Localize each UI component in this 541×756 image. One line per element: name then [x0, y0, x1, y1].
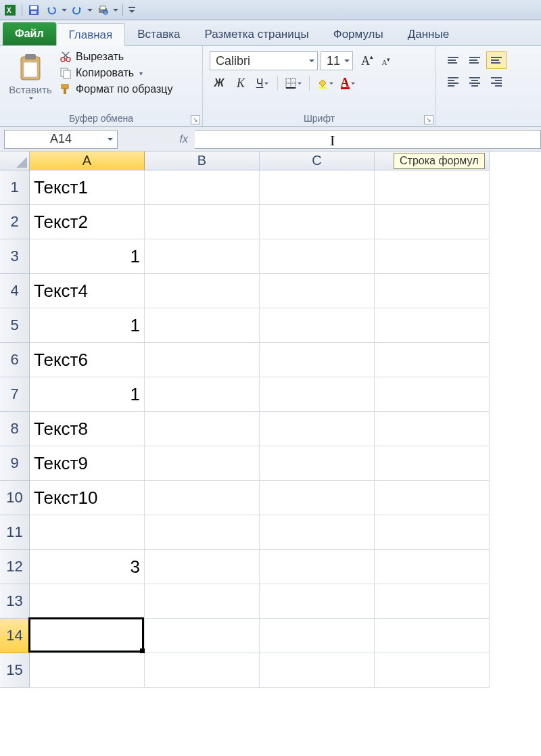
- print-dropdown-icon[interactable]: [113, 3, 118, 18]
- row-header[interactable]: 15: [0, 653, 30, 688]
- cell[interactable]: [375, 239, 490, 274]
- tab-formulas[interactable]: Формулы: [321, 22, 396, 45]
- cell[interactable]: [30, 619, 145, 653]
- row-header[interactable]: 11: [0, 515, 30, 550]
- tab-insert[interactable]: Вставка: [125, 22, 192, 45]
- cell[interactable]: [30, 515, 145, 550]
- dialog-launcher-icon[interactable]: ↘: [191, 115, 200, 124]
- cell[interactable]: [145, 619, 260, 653]
- cell[interactable]: [260, 308, 375, 343]
- font-color-button[interactable]: A: [338, 74, 357, 92]
- cell[interactable]: [260, 170, 375, 205]
- cut-button[interactable]: Вырезать: [58, 50, 174, 64]
- row-header[interactable]: 9: [0, 446, 30, 481]
- tab-page-layout[interactable]: Разметка страницы: [192, 22, 321, 45]
- borders-button[interactable]: [283, 74, 304, 92]
- font-name-combo[interactable]: Calibri: [210, 51, 318, 70]
- cell[interactable]: [375, 584, 490, 619]
- cell[interactable]: 1: [30, 239, 145, 274]
- redo-icon[interactable]: [70, 3, 85, 18]
- cell[interactable]: [260, 481, 375, 515]
- cell[interactable]: [260, 515, 375, 550]
- cell[interactable]: [145, 446, 260, 481]
- fill-color-button[interactable]: [315, 74, 335, 92]
- cell[interactable]: [260, 584, 375, 619]
- cell[interactable]: Текст8: [30, 412, 145, 446]
- cell[interactable]: [145, 170, 260, 205]
- cell[interactable]: [30, 653, 145, 688]
- cell[interactable]: [145, 515, 260, 550]
- cell[interactable]: [260, 343, 375, 377]
- cell[interactable]: [145, 274, 260, 308]
- cell[interactable]: [375, 343, 490, 377]
- cell[interactable]: [260, 550, 375, 584]
- cell[interactable]: [145, 308, 260, 343]
- cell[interactable]: 1: [30, 377, 145, 412]
- file-tab[interactable]: Файл: [3, 22, 56, 45]
- cell[interactable]: [145, 550, 260, 584]
- decrease-font-icon[interactable]: A▾: [377, 52, 395, 70]
- underline-button[interactable]: Ч: [253, 74, 272, 92]
- row-header[interactable]: 14: [0, 619, 30, 653]
- cell[interactable]: [260, 446, 375, 481]
- cell[interactable]: [375, 170, 490, 205]
- cell[interactable]: [375, 550, 490, 584]
- row-header[interactable]: 10: [0, 481, 30, 515]
- paste-button[interactable]: Вставить: [7, 49, 54, 103]
- redo-dropdown-icon[interactable]: [87, 3, 93, 18]
- align-left-icon[interactable]: [443, 73, 463, 91]
- undo-dropdown-icon[interactable]: [62, 3, 67, 18]
- cell[interactable]: [260, 205, 375, 239]
- undo-icon[interactable]: [44, 3, 59, 18]
- name-box[interactable]: A14: [4, 130, 118, 149]
- align-bottom-icon[interactable]: [486, 51, 507, 69]
- fx-icon[interactable]: fx: [180, 133, 188, 145]
- cell[interactable]: 3: [30, 550, 145, 584]
- print-preview-icon[interactable]: [95, 3, 110, 18]
- align-top-icon[interactable]: [443, 51, 463, 69]
- italic-button[interactable]: К: [231, 74, 250, 92]
- cell[interactable]: [260, 619, 375, 653]
- row-header[interactable]: 13: [0, 584, 30, 619]
- cell[interactable]: [145, 481, 260, 515]
- row-header[interactable]: 6: [0, 343, 30, 377]
- cell[interactable]: [145, 239, 260, 274]
- row-header[interactable]: 3: [0, 239, 30, 274]
- select-all-corner[interactable]: [0, 151, 30, 170]
- cell[interactable]: [375, 205, 490, 239]
- cell[interactable]: [145, 343, 260, 377]
- row-header[interactable]: 12: [0, 550, 30, 584]
- worksheet-grid[interactable]: Строка формул A B C D 1Текст12Текст2314Т…: [0, 151, 541, 688]
- align-middle-icon[interactable]: [465, 51, 485, 69]
- cell[interactable]: [375, 446, 490, 481]
- cell[interactable]: [375, 377, 490, 412]
- cell[interactable]: Текст2: [30, 205, 145, 239]
- row-header[interactable]: 5: [0, 308, 30, 343]
- formula-bar[interactable]: I: [195, 130, 541, 149]
- cell[interactable]: [30, 584, 145, 619]
- cell[interactable]: Текст4: [30, 274, 145, 308]
- cell[interactable]: [260, 239, 375, 274]
- col-header-A[interactable]: A: [30, 151, 145, 170]
- cell[interactable]: [260, 274, 375, 308]
- row-header[interactable]: 4: [0, 274, 30, 308]
- cell[interactable]: [375, 274, 490, 308]
- cell[interactable]: [375, 412, 490, 446]
- cell[interactable]: Текст6: [30, 343, 145, 377]
- cell[interactable]: [145, 412, 260, 446]
- cell[interactable]: [375, 653, 490, 688]
- row-header[interactable]: 2: [0, 205, 30, 239]
- cell[interactable]: [375, 481, 490, 515]
- cell[interactable]: [145, 377, 260, 412]
- font-size-combo[interactable]: 11: [321, 51, 353, 70]
- row-header[interactable]: 7: [0, 377, 30, 412]
- align-center-icon[interactable]: [465, 73, 485, 91]
- cell[interactable]: 1: [30, 308, 145, 343]
- cell[interactable]: Текст10: [30, 481, 145, 515]
- cell[interactable]: [375, 515, 490, 550]
- cell[interactable]: Текст9: [30, 446, 145, 481]
- cell[interactable]: [260, 412, 375, 446]
- cell[interactable]: [145, 653, 260, 688]
- cell[interactable]: [145, 584, 260, 619]
- row-header[interactable]: 8: [0, 412, 30, 446]
